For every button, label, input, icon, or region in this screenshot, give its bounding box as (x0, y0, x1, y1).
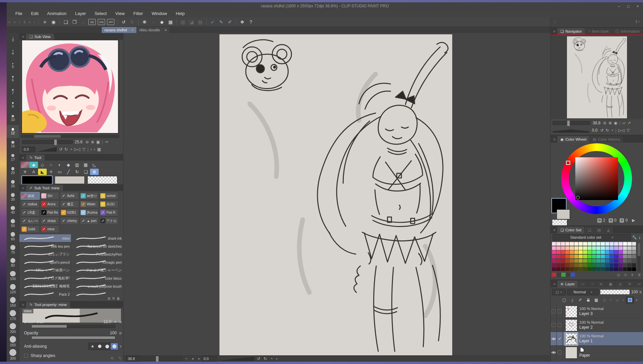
layer-opacity-slider[interactable] (600, 289, 630, 295)
nav-zoom-out-icon[interactable]: ⊖ (603, 121, 606, 125)
palette-swatch[interactable] (583, 267, 587, 271)
layer-thumbnail[interactable] (565, 306, 577, 318)
palette-swatch[interactable] (574, 267, 578, 271)
palette-swatch[interactable] (570, 259, 574, 263)
palette-swatch[interactable] (592, 255, 596, 258)
palette-scrollbar[interactable] (637, 242, 641, 271)
palette-swatch[interactable] (552, 255, 556, 258)
statusbar-rotate-ccw-icon[interactable]: ↺ (257, 356, 260, 361)
brush-size-preset-6[interactable]: 6 (7, 72, 19, 85)
panel-menu-icon[interactable]: ≡ (22, 156, 24, 160)
menu-layer[interactable]: Layer (71, 10, 90, 17)
palette-swatch[interactable] (614, 263, 618, 267)
palette-swatch[interactable] (632, 259, 636, 263)
palette-swatch[interactable] (601, 267, 605, 271)
brush-size-preset-4[interactable]: 4 (7, 46, 19, 59)
palette-swatch[interactable] (552, 263, 556, 267)
palette-swatch[interactable] (565, 259, 569, 263)
palette-swatch[interactable] (619, 250, 623, 254)
tool-object[interactable] (21, 162, 29, 168)
eyedropper-icon[interactable]: ✑ (105, 140, 108, 144)
tab-close-icon[interactable]: × (132, 28, 134, 32)
layer-mask-icon[interactable]: ◎ (601, 297, 608, 303)
layer-panel-icon-tab-1[interactable]: ◔ (588, 281, 596, 287)
anti-aliasing-option-2[interactable] (103, 343, 111, 350)
brush-size-preset-15[interactable]: 15 (7, 138, 19, 151)
zoom-fit-icon[interactable]: ▣ (96, 140, 100, 144)
layer-visibility-cell[interactable] (551, 318, 557, 332)
layer-panel-icon-tab-0[interactable]: ▭ (578, 281, 587, 287)
palette-swatch[interactable] (565, 255, 569, 258)
delete-color-icon[interactable]: 🗑 (638, 273, 641, 277)
brush-stroke-item[interactable]: shark ink (71, 234, 123, 242)
palette-swatch[interactable] (556, 263, 560, 267)
export-psd-icon[interactable]: psd (107, 19, 114, 25)
layer-visibility-cell[interactable] (551, 332, 557, 345)
palette-swatch[interactable] (583, 250, 587, 254)
subview-rotate-value[interactable]: 0.0 (22, 147, 35, 152)
layer-thumbnail[interactable] (565, 333, 577, 345)
palette-swatch[interactable] (592, 259, 596, 263)
brush-stroke-item[interactable]: 【限時48時免費】糯糯笔 (19, 282, 71, 290)
palette-swatch[interactable] (605, 267, 609, 271)
statusbar-zoom-out-icon[interactable]: − (185, 356, 187, 361)
menu-edit[interactable]: Edit (27, 10, 43, 17)
palette-swatch[interactable] (623, 267, 627, 271)
layer-edit-cell[interactable] (557, 305, 563, 318)
layer-edit-cell[interactable] (557, 318, 563, 332)
combo-arrow-icon[interactable]: ∨ (636, 299, 638, 302)
add-color-icon[interactable]: ✚ (631, 273, 634, 277)
statusbar-zoom-value[interactable]: 38.8 (126, 356, 141, 362)
panel-menu-icon[interactable]: ≡ (22, 35, 24, 39)
ruler-icon[interactable]: ⍙ (569, 297, 576, 303)
scroll-handle[interactable] (638, 243, 640, 256)
brush-size-preset-12[interactable]: 12 (7, 125, 19, 138)
layer-panel-icon-tab-5[interactable]: ⟳ (625, 281, 634, 287)
palette-swatch[interactable] (632, 263, 636, 267)
palette-swatch[interactable] (596, 263, 600, 267)
snap-to-special-ruler-icon[interactable]: ✎ (217, 18, 225, 26)
clip-to-layer-below-icon[interactable]: ▢ (561, 297, 568, 303)
undo-icon[interactable]: ↺ (119, 18, 127, 26)
rotate-cw-icon[interactable]: ↻ (64, 147, 68, 152)
tool-brush[interactable]: ◈ (29, 162, 38, 168)
layer-panel-icon-tab-2[interactable]: ≋ (596, 281, 605, 287)
brush-stroke-item[interactable]: PirisSketchyPen (71, 250, 123, 258)
layer-thumbnail[interactable] (565, 347, 577, 359)
brush-size-link-icon[interactable]: ⇲ (119, 320, 122, 324)
snap-to-grid-icon[interactable]: ✐ (226, 18, 234, 26)
palette-swatch[interactable] (623, 259, 627, 263)
tool-line[interactable]: ╱ (64, 169, 73, 175)
layer-row-layer-3[interactable]: 100 % NormalLayer 3 (551, 305, 643, 318)
palette-swatch[interactable] (552, 267, 556, 271)
zoom-in-icon[interactable]: ⊕ (91, 140, 94, 144)
export-png-icon[interactable]: png (98, 19, 105, 25)
color-set-icon-tab-1[interactable]: ▤ (594, 227, 604, 233)
subtool-button-radioa[interactable]: radioa (21, 200, 40, 208)
brush-stroke-item[interactable]: vi multi purpose brush (71, 282, 123, 290)
document-tab-1[interactable]: rikku doodle× (137, 27, 169, 33)
palette-swatch[interactable] (583, 263, 587, 267)
tool-grid[interactable]: ▦ (81, 162, 90, 168)
panel-collapse-icon[interactable]: « (27, 20, 32, 24)
palette-swatch[interactable] (565, 246, 569, 250)
anti-aliasing-option-1[interactable] (96, 343, 103, 350)
edit-checkbox[interactable] (558, 350, 562, 354)
layer-panel-icon-tab-3[interactable]: ▣ (606, 281, 615, 287)
palette-swatch[interactable] (601, 250, 605, 254)
brush-size-preset-7[interactable]: 7 (7, 86, 19, 99)
brush-size-preset-300[interactable]: 300 (7, 348, 19, 361)
subtool-button-somet[interactable]: somet (99, 192, 118, 200)
palette-swatch[interactable] (610, 242, 614, 246)
menu-view[interactable]: View (111, 10, 129, 17)
brush-size-preset-100[interactable]: 100 (7, 269, 19, 282)
layer-panel-icon-tab-4[interactable]: ◎ (616, 281, 625, 287)
color-set-preset-select[interactable]: Standard color set∨ (553, 234, 631, 241)
nav-fullscreen-icon[interactable]: ↗ (627, 121, 631, 125)
palette-swatch[interactable] (605, 263, 609, 267)
palette-swatch[interactable] (632, 246, 636, 250)
palette-swatch[interactable] (601, 263, 605, 267)
color-wheel-tab-Color Wheel[interactable]: ◉Color Wheel (557, 136, 589, 143)
subtool-button-Ashii[interactable]: Ashii (60, 192, 79, 200)
palette-swatch[interactable] (619, 263, 623, 267)
